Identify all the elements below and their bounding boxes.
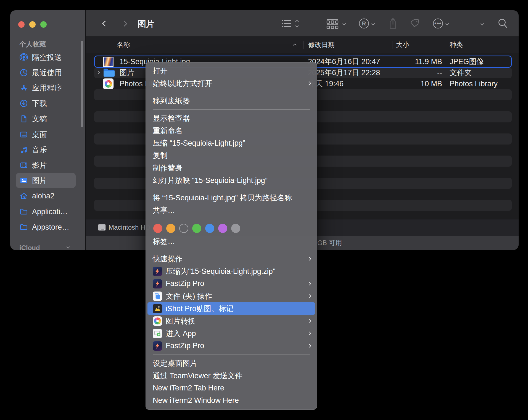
back-button[interactable] xyxy=(102,21,108,27)
sidebar-item-label: 应用程序 xyxy=(32,83,62,93)
menu-item-enter-app[interactable]: 进入 App xyxy=(146,327,317,340)
chevron-down-icon[interactable] xyxy=(66,245,70,249)
sidebar-item-music[interactable]: 音乐 xyxy=(16,142,76,157)
sidebar-item-label: 下载 xyxy=(32,98,47,108)
disclosure-chevron-icon[interactable] xyxy=(96,71,100,74)
menu-item-ishot-pro[interactable]: iShot Pro贴图、标记 xyxy=(147,302,315,315)
film-icon xyxy=(19,161,28,170)
menu-item-move-to-trash[interactable]: 移到废纸篓 xyxy=(146,95,317,107)
sidebar-item-downloads[interactable]: 下载 xyxy=(16,96,76,111)
menu-separator xyxy=(146,187,317,191)
image-thumbnail xyxy=(103,57,113,67)
menu-item-set-desktop-picture[interactable]: 设定桌面图片 xyxy=(146,357,317,369)
menu-item-compress-zip[interactable]: 压缩为"15-Sequioia-Light.jpg.zip" xyxy=(146,265,317,277)
sidebar-item-home-aloha2[interactable]: aloha2 xyxy=(16,188,76,203)
menu-item-make-alias[interactable]: 制作替身 xyxy=(146,162,317,174)
submenu-arrow-icon xyxy=(308,344,311,348)
menu-item-open[interactable]: 打开 xyxy=(146,65,317,77)
more-actions-icon[interactable]: ••• xyxy=(433,19,443,28)
minimize-window-button[interactable] xyxy=(29,21,36,28)
submenu-arrow-icon xyxy=(308,332,311,335)
tag-color-row xyxy=(146,221,317,235)
photos-icon xyxy=(153,316,162,326)
column-divider[interactable] xyxy=(446,41,446,49)
group-view-icon[interactable] xyxy=(326,19,339,30)
menu-item-slideshow[interactable]: 幻灯片放映 “15-Sequioia-Light.jpg” xyxy=(146,174,317,187)
folder-icon xyxy=(19,207,28,216)
sort-ascending-icon xyxy=(293,43,297,47)
column-header-size[interactable]: 大小 xyxy=(396,37,409,53)
zoom-window-button[interactable] xyxy=(40,21,47,28)
tag-green[interactable] xyxy=(192,224,201,233)
document-icon xyxy=(19,114,28,123)
tag-blue[interactable] xyxy=(205,224,214,233)
file-kind: Photos Library xyxy=(450,78,498,89)
tag-icon[interactable] xyxy=(410,18,420,30)
tag-none[interactable] xyxy=(179,224,188,233)
file-kind: JPEG图像 xyxy=(450,56,484,67)
list-view-icon[interactable] xyxy=(281,19,291,29)
submenu-arrow-icon xyxy=(308,294,311,298)
tag-orange[interactable] xyxy=(166,224,175,233)
sidebar-item-label: Applicati… xyxy=(32,208,68,216)
chevron-down-icon[interactable] xyxy=(371,22,375,25)
sidebar-item-desktop[interactable]: 桌面 xyxy=(16,127,76,142)
search-icon[interactable] xyxy=(498,18,508,30)
toolbar-overflow-chevron-icon[interactable] xyxy=(481,22,484,25)
sidebar-icloud-header[interactable]: iCloud xyxy=(19,244,40,250)
sidebar-item-label: 隔空投送 xyxy=(32,53,62,62)
menu-item-duplicate[interactable]: 复制 xyxy=(146,149,317,162)
tag-purple[interactable] xyxy=(218,224,227,233)
menu-item-compress[interactable]: 压缩 “15-Sequioia-Light.jpg” xyxy=(146,137,317,149)
chevron-down-icon[interactable] xyxy=(342,22,346,25)
sidebar-item-applications[interactable]: 应用程序 xyxy=(16,80,76,95)
column-header-name[interactable]: 名称 xyxy=(117,37,130,53)
sidebar-item-applications-folder[interactable]: Applicati… xyxy=(16,204,76,219)
available-space-text: GB 可用 xyxy=(317,236,342,250)
menu-item-fastzip-pro[interactable]: FastZip Pro xyxy=(146,277,317,290)
menu-item-copy-as-pathname[interactable]: 将 “15-Sequioia-Light.jpg” 拷贝为路径名称 xyxy=(146,191,317,204)
column-divider[interactable] xyxy=(392,41,392,49)
menu-item-quick-actions[interactable]: 快速操作 xyxy=(146,253,317,265)
menu-item-send-via-teamviewer[interactable]: 通过 TeamViewer 发送文件 xyxy=(146,369,317,382)
menu-separator xyxy=(146,107,317,112)
sidebar-item-airdrop[interactable]: 隔空投送 xyxy=(16,50,76,65)
file-date: 2025年6月17日 22:28 xyxy=(308,67,380,78)
menu-item-image-convert[interactable]: 图片转换 xyxy=(146,315,317,327)
forward-button[interactable] xyxy=(122,21,127,27)
tag-gray[interactable] xyxy=(231,224,240,233)
sidebar-scrollbar[interactable] xyxy=(81,41,83,127)
path-device[interactable]: Macintosh HD xyxy=(109,219,150,235)
menu-item-fastzip-pro-2[interactable]: FastZip Pro xyxy=(146,340,317,352)
close-window-button[interactable] xyxy=(18,21,25,28)
sidebar-item-recents[interactable]: 最近使用 xyxy=(16,65,76,80)
menu-item-show-inspector[interactable]: 显示检查器 xyxy=(146,112,317,124)
context-menu: 打开 始终以此方式打开 移到废纸篓 显示检查器 重新命名 压缩 “15-Sequ… xyxy=(146,62,317,410)
column-header-kind[interactable]: 种类 xyxy=(450,37,463,53)
tag-red[interactable] xyxy=(153,224,162,233)
airdrop-icon xyxy=(19,53,28,62)
menu-item-share[interactable]: 共享… xyxy=(146,204,317,216)
column-header-date[interactable]: 修改日期 xyxy=(308,37,335,53)
sidebar-item-appstore-folder[interactable]: Appstore… xyxy=(16,220,76,235)
file-kind: 文件夹 xyxy=(450,67,472,78)
sidebar-item-documents[interactable]: 文稿 xyxy=(16,111,76,126)
fastzip-icon xyxy=(153,341,162,351)
menu-item-new-iterm2-tab[interactable]: New iTerm2 Tab Here xyxy=(146,382,317,394)
sort-up-icon[interactable] xyxy=(295,20,299,23)
menu-item-tags[interactable]: 标签… xyxy=(146,235,317,248)
sidebar-item-label: aloha2 xyxy=(32,192,54,200)
share-icon[interactable] xyxy=(388,18,398,30)
sort-down-icon[interactable] xyxy=(295,24,299,28)
sidebar-item-movies[interactable]: 影片 xyxy=(16,158,76,173)
menu-item-file-folder-operations[interactable]: 文件 (夹) 操作 xyxy=(146,290,317,302)
r-badge-icon[interactable]: R xyxy=(359,19,369,28)
photos-library-icon xyxy=(103,78,113,89)
chevron-down-icon[interactable] xyxy=(445,22,449,25)
menu-item-always-open-with[interactable]: 始终以此方式打开 xyxy=(146,77,317,90)
menu-item-new-iterm2-window[interactable]: New iTerm2 Window Here xyxy=(146,394,317,407)
menu-item-rename[interactable]: 重新命名 xyxy=(146,124,317,137)
sidebar-item-pictures[interactable]: 图片 xyxy=(16,173,76,188)
file-date: 2024年6月16日 20:47 xyxy=(308,56,380,67)
column-divider[interactable] xyxy=(303,41,303,49)
